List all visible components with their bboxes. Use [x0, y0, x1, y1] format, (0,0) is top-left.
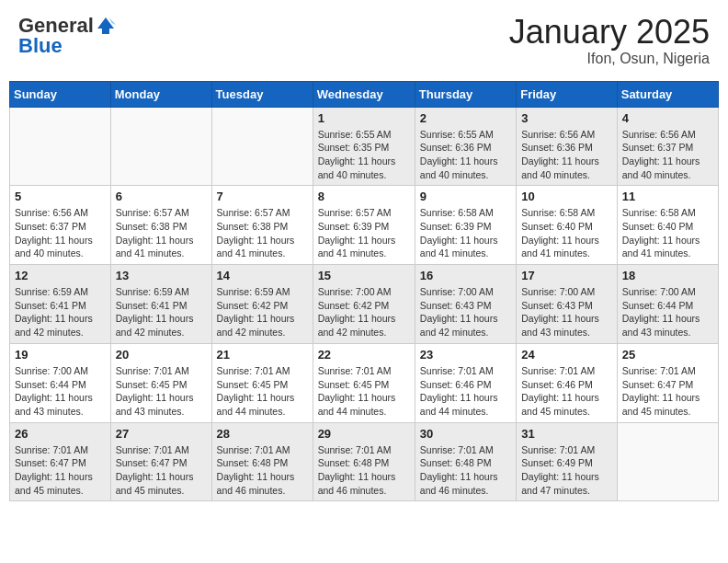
table-row: 10Sunrise: 6:58 AMSunset: 6:40 PMDayligh…: [517, 186, 618, 265]
calendar-week-row: 5Sunrise: 6:56 AMSunset: 6:37 PMDaylight…: [10, 186, 719, 265]
cell-content: Sunrise: 7:01 AMSunset: 6:46 PMDaylight:…: [420, 364, 511, 419]
table-row: 12Sunrise: 6:59 AMSunset: 6:41 PMDayligh…: [10, 265, 111, 344]
table-row: [10, 107, 111, 186]
cell-content: Sunrise: 6:56 AMSunset: 6:37 PMDaylight:…: [15, 206, 106, 260]
table-row: 8Sunrise: 6:57 AMSunset: 6:39 PMDaylight…: [313, 186, 415, 265]
table-row: 29Sunrise: 7:01 AMSunset: 6:48 PMDayligh…: [313, 422, 415, 501]
table-row: 16Sunrise: 7:00 AMSunset: 6:43 PMDayligh…: [415, 265, 516, 344]
table-row: 26Sunrise: 7:01 AMSunset: 6:47 PMDayligh…: [10, 422, 111, 501]
header-monday: Monday: [110, 81, 211, 107]
day-number: 8: [318, 190, 410, 203]
cell-content: Sunrise: 7:00 AMSunset: 6:44 PMDaylight:…: [15, 364, 106, 419]
table-row: 28Sunrise: 7:01 AMSunset: 6:48 PMDayligh…: [211, 422, 313, 501]
day-number: 20: [116, 348, 207, 362]
cell-content: Sunrise: 7:01 AMSunset: 6:46 PMDaylight:…: [521, 364, 612, 419]
logo-bird-icon: [96, 16, 116, 36]
cell-content: Sunrise: 6:58 AMSunset: 6:40 PMDaylight:…: [521, 206, 612, 260]
header-tuesday: Tuesday: [211, 81, 313, 107]
calendar-week-row: 12Sunrise: 6:59 AMSunset: 6:41 PMDayligh…: [10, 265, 719, 344]
table-row: 24Sunrise: 7:01 AMSunset: 6:46 PMDayligh…: [517, 343, 618, 422]
month-year-title: January 2025: [509, 14, 710, 51]
header-saturday: Saturday: [617, 81, 718, 107]
day-number: 13: [116, 269, 207, 282]
table-row: 13Sunrise: 6:59 AMSunset: 6:41 PMDayligh…: [110, 265, 211, 344]
table-row: 4Sunrise: 6:56 AMSunset: 6:37 PMDaylight…: [617, 107, 718, 186]
day-number: 5: [15, 190, 106, 203]
table-row: 25Sunrise: 7:01 AMSunset: 6:47 PMDayligh…: [617, 343, 718, 422]
header-wednesday: Wednesday: [313, 81, 415, 107]
day-number: 11: [622, 190, 713, 203]
table-row: 19Sunrise: 7:00 AMSunset: 6:44 PMDayligh…: [10, 343, 111, 422]
cell-content: Sunrise: 7:00 AMSunset: 6:43 PMDaylight:…: [521, 285, 612, 339]
day-number: 7: [217, 190, 308, 203]
table-row: 30Sunrise: 7:01 AMSunset: 6:48 PMDayligh…: [415, 422, 516, 501]
header-sunday: Sunday: [10, 81, 111, 107]
cell-content: Sunrise: 7:01 AMSunset: 6:45 PMDaylight:…: [217, 364, 308, 419]
location-subtitle: Ifon, Osun, Nigeria: [509, 51, 710, 67]
cell-content: Sunrise: 6:59 AMSunset: 6:41 PMDaylight:…: [15, 285, 106, 339]
cell-content: Sunrise: 6:59 AMSunset: 6:42 PMDaylight:…: [217, 285, 308, 339]
day-number: 30: [420, 427, 511, 441]
cell-content: Sunrise: 7:01 AMSunset: 6:45 PMDaylight:…: [116, 364, 207, 419]
day-number: 22: [318, 348, 410, 362]
table-row: 1Sunrise: 6:55 AMSunset: 6:35 PMDaylight…: [313, 107, 415, 186]
day-number: 15: [318, 269, 410, 282]
table-row: 31Sunrise: 7:01 AMSunset: 6:49 PMDayligh…: [517, 422, 618, 501]
table-row: 21Sunrise: 7:01 AMSunset: 6:45 PMDayligh…: [211, 343, 313, 422]
day-number: 19: [15, 348, 106, 362]
cell-content: Sunrise: 7:00 AMSunset: 6:43 PMDaylight:…: [420, 285, 511, 339]
table-row: 15Sunrise: 7:00 AMSunset: 6:42 PMDayligh…: [313, 265, 415, 344]
day-number: 21: [217, 348, 308, 362]
day-number: 14: [217, 269, 308, 282]
calendar-week-row: 19Sunrise: 7:00 AMSunset: 6:44 PMDayligh…: [10, 343, 719, 422]
cell-content: Sunrise: 7:01 AMSunset: 6:48 PMDaylight:…: [318, 443, 410, 498]
table-row: 11Sunrise: 6:58 AMSunset: 6:40 PMDayligh…: [617, 186, 718, 265]
day-number: 3: [521, 111, 612, 125]
table-row: 27Sunrise: 7:01 AMSunset: 6:47 PMDayligh…: [110, 422, 211, 501]
cell-content: Sunrise: 7:01 AMSunset: 6:45 PMDaylight:…: [318, 364, 410, 419]
cell-content: Sunrise: 6:57 AMSunset: 6:38 PMDaylight:…: [116, 206, 207, 260]
header-friday: Friday: [517, 81, 618, 107]
day-number: 4: [622, 111, 713, 125]
cell-content: Sunrise: 7:01 AMSunset: 6:48 PMDaylight:…: [217, 443, 308, 498]
table-row: 5Sunrise: 6:56 AMSunset: 6:37 PMDaylight…: [10, 186, 111, 265]
cell-content: Sunrise: 6:58 AMSunset: 6:39 PMDaylight:…: [420, 206, 511, 260]
table-row: [110, 107, 211, 186]
day-number: 2: [420, 111, 511, 125]
day-number: 27: [116, 427, 207, 441]
table-row: 7Sunrise: 6:57 AMSunset: 6:38 PMDaylight…: [211, 186, 313, 265]
calendar-week-row: 1Sunrise: 6:55 AMSunset: 6:35 PMDaylight…: [10, 107, 719, 186]
cell-content: Sunrise: 6:56 AMSunset: 6:36 PMDaylight:…: [521, 128, 612, 182]
cell-content: Sunrise: 7:01 AMSunset: 6:47 PMDaylight:…: [15, 443, 106, 498]
day-number: 26: [15, 427, 106, 441]
day-number: 28: [217, 427, 308, 441]
cell-content: Sunrise: 7:01 AMSunset: 6:48 PMDaylight:…: [420, 443, 511, 498]
day-number: 25: [622, 348, 713, 362]
cell-content: Sunrise: 7:01 AMSunset: 6:47 PMDaylight:…: [622, 364, 713, 419]
cell-content: Sunrise: 6:57 AMSunset: 6:38 PMDaylight:…: [217, 206, 308, 260]
table-row: 3Sunrise: 6:56 AMSunset: 6:36 PMDaylight…: [517, 107, 618, 186]
day-number: 23: [420, 348, 511, 362]
day-number: 18: [622, 269, 713, 282]
calendar-week-row: 26Sunrise: 7:01 AMSunset: 6:47 PMDayligh…: [10, 422, 719, 501]
day-number: 16: [420, 269, 511, 282]
table-row: 20Sunrise: 7:01 AMSunset: 6:45 PMDayligh…: [110, 343, 211, 422]
calendar-table: Sunday Monday Tuesday Wednesday Thursday…: [9, 81, 719, 502]
day-number: 6: [116, 190, 207, 203]
day-number: 10: [521, 190, 612, 203]
day-number: 17: [521, 269, 612, 282]
table-row: 17Sunrise: 7:00 AMSunset: 6:43 PMDayligh…: [517, 265, 618, 344]
svg-marker-0: [97, 17, 114, 34]
day-number: 9: [420, 190, 511, 203]
logo-blue: Blue: [18, 34, 63, 58]
cell-content: Sunrise: 7:01 AMSunset: 6:49 PMDaylight:…: [521, 443, 612, 498]
table-row: 14Sunrise: 6:59 AMSunset: 6:42 PMDayligh…: [211, 265, 313, 344]
title-block: January 2025 Ifon, Osun, Nigeria: [509, 14, 710, 67]
table-row: 9Sunrise: 6:58 AMSunset: 6:39 PMDaylight…: [415, 186, 516, 265]
day-number: 1: [318, 111, 410, 125]
table-row: [211, 107, 313, 186]
table-row: [617, 422, 718, 501]
day-number: 12: [15, 269, 106, 282]
cell-content: Sunrise: 6:57 AMSunset: 6:39 PMDaylight:…: [318, 206, 410, 260]
cell-content: Sunrise: 6:58 AMSunset: 6:40 PMDaylight:…: [622, 206, 713, 260]
